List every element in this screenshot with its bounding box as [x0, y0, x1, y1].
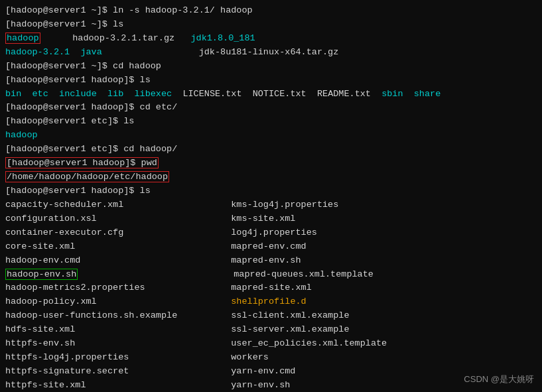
line-8: [hadoop@server1 hadoop]$ cd etc/	[5, 101, 537, 115]
line-19: hadoop-env.cmd mapred-env.sh	[5, 254, 537, 268]
line-18: core-site.xml mapred-env.cmd	[5, 240, 537, 254]
line-4-ls2: hadoop-3.2.1 java jdk-8u181-linux-x64.ta…	[5, 46, 537, 60]
line-20: hadoop-env.sh mapred-queues.xml.template	[5, 268, 537, 282]
terminal: [hadoop@server1 ~]$ ln -s hadoop-3.2.1/ …	[0, 0, 542, 392]
line-14: [hadoop@server1 hadoop]$ ls	[5, 184, 537, 198]
line-5: [hadoop@server1 ~]$ cd hadoop	[5, 60, 537, 74]
line-12-pwd: [hadoop@server1 hadoop]$ pwd	[5, 157, 537, 170]
line-26: httpfs-log4j.properties workers	[5, 351, 537, 365]
line-22: hadoop-policy.xml shellprofile.d	[5, 295, 537, 309]
line-24: hdfs-site.xml ssl-server.xml.example	[5, 323, 537, 337]
line-15: capacity-scheduler.xml kms-log4j.propert…	[5, 198, 537, 212]
line-21: hadoop-metrics2.properties mapred-site.x…	[5, 281, 537, 295]
line-28: httpfs-site.xml yarn-env.sh	[5, 379, 537, 392]
line-16: configuration.xsl kms-site.xml	[5, 212, 537, 226]
line-2: [hadoop@server1 ~]$ ls	[5, 18, 537, 32]
line-11: [hadoop@server1 etc]$ cd hadoop/	[5, 143, 537, 157]
line-10-ls4: hadoop	[5, 129, 537, 143]
line-6: [hadoop@server1 hadoop]$ ls	[5, 74, 537, 88]
line-25: httpfs-env.sh user_ec_policies.xml.templ…	[5, 337, 537, 351]
watermark: CSDN @是大姚呀	[464, 373, 534, 385]
line-17: container-executor.cfg log4j.properties	[5, 226, 537, 240]
line-1: [hadoop@server1 ~]$ ln -s hadoop-3.2.1/ …	[5, 4, 537, 18]
line-13-pwd-result: /home/hadoop/hadoop/etc/hadoop	[5, 170, 537, 184]
line-3-ls1: hadoop hadoop-3.2.1.tar.gz jdk1.8.0_181	[5, 32, 537, 46]
line-27: httpfs-signature.secret yarn-env.cmd	[5, 365, 537, 379]
line-7-ls3: bin etc include lib libexec LICENSE.txt …	[5, 88, 537, 101]
line-23: hadoop-user-functions.sh.example ssl-cli…	[5, 309, 537, 323]
line-9: [hadoop@server1 etc]$ ls	[5, 115, 537, 129]
